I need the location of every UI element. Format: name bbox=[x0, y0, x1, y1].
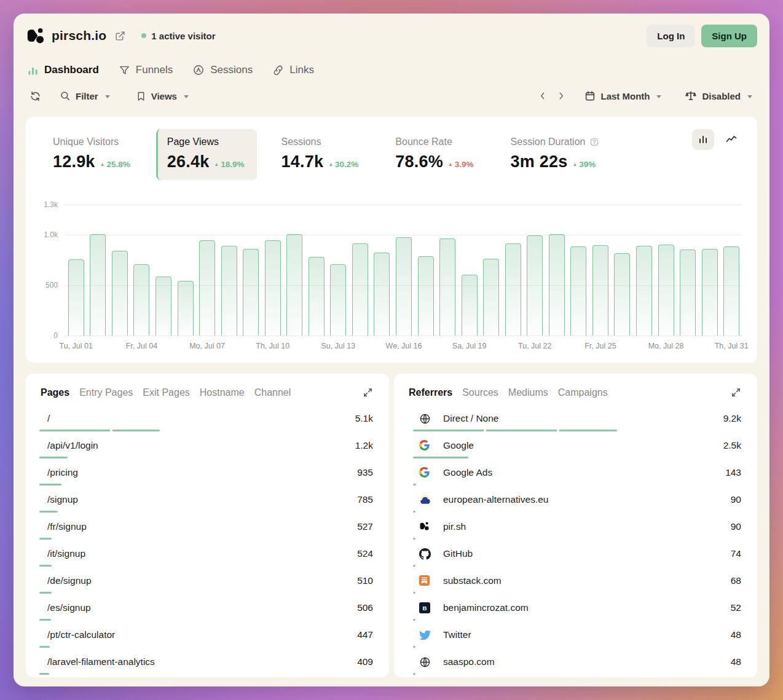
row-label: benjamincrozat.com bbox=[443, 602, 529, 613]
chart-bar[interactable] bbox=[436, 205, 458, 336]
app-window: pirsch.io 1 active visitor Log In Sign U… bbox=[14, 14, 769, 686]
table-row[interactable]: /es/signup506 bbox=[26, 594, 389, 621]
signup-button[interactable]: Sign Up bbox=[701, 25, 757, 47]
tab-mediums[interactable]: Mediums bbox=[508, 387, 548, 398]
chart-bar[interactable]: We, Jul 16 bbox=[393, 205, 415, 336]
row-share-bar bbox=[39, 484, 61, 486]
y-axis-tick: 1.3k bbox=[44, 200, 58, 209]
chart-bar[interactable] bbox=[612, 205, 634, 336]
table-row[interactable]: /laravel-filament-analytics409 bbox=[26, 648, 389, 675]
stat-session-duration[interactable]: Session Duration 3m 22s ▲39% bbox=[500, 129, 612, 180]
stat-unique-visitors[interactable]: Unique Visitors 12.9k ▲25.8% bbox=[42, 129, 143, 180]
row-value: 785 bbox=[357, 494, 373, 505]
chart-bar[interactable]: Tu, Jul 01 bbox=[65, 205, 87, 336]
chart-bar[interactable] bbox=[371, 205, 393, 336]
filter-dropdown[interactable]: Filter bbox=[57, 89, 112, 103]
table-row[interactable]: /api/v1/login1.2k bbox=[26, 432, 389, 459]
table-row[interactable]: Twitter48 bbox=[394, 621, 757, 648]
table-row[interactable]: /de/signup510 bbox=[26, 567, 389, 594]
bar-chart-toggle[interactable] bbox=[692, 129, 714, 150]
tab-channel[interactable]: Channel bbox=[254, 387, 291, 398]
tab-sources[interactable]: Sources bbox=[462, 387, 498, 398]
chart-bar[interactable] bbox=[677, 205, 699, 336]
stat-bounce-rate[interactable]: Bounce Rate 78.6% ▲3.9% bbox=[384, 129, 486, 180]
table-row[interactable]: saaspo.com48 bbox=[394, 648, 757, 675]
chart-bar[interactable]: Fr, Jul 25 bbox=[589, 205, 612, 336]
table-row[interactable]: /5.1k bbox=[26, 405, 389, 432]
chart-bar[interactable] bbox=[305, 205, 328, 336]
chevron-down-icon bbox=[105, 95, 110, 98]
nav-item-links[interactable]: Links bbox=[272, 64, 314, 76]
active-dot-icon bbox=[141, 33, 146, 38]
chevron-down-icon bbox=[656, 95, 661, 98]
nav-item-dashboard[interactable]: Dashboard bbox=[27, 64, 99, 76]
chart-bar[interactable]: Mo, Jul 07 bbox=[196, 205, 218, 336]
chart-bar[interactable]: Su, Jul 13 bbox=[328, 205, 350, 336]
table-row[interactable]: Google2.5k bbox=[394, 432, 757, 459]
chart-bar[interactable]: Th, Jul 31 bbox=[720, 205, 742, 336]
chart-bar[interactable] bbox=[633, 205, 655, 336]
chart-bar[interactable]: Sa, Jul 19 bbox=[458, 205, 481, 336]
nav-label: Funnels bbox=[136, 64, 173, 76]
row-share-bar bbox=[39, 619, 51, 621]
tab-entry-pages[interactable]: Entry Pages bbox=[79, 387, 133, 398]
chart-bar[interactable] bbox=[699, 205, 721, 336]
y-axis-tick: 500 bbox=[45, 281, 58, 289]
chart-bar[interactable] bbox=[240, 205, 262, 336]
chart-bar[interactable] bbox=[546, 205, 568, 336]
chart-bar[interactable] bbox=[87, 205, 109, 336]
views-dropdown[interactable]: Views bbox=[133, 90, 191, 103]
chart-bar[interactable]: Tu, Jul 22 bbox=[524, 205, 546, 336]
chart-bar[interactable] bbox=[502, 205, 524, 336]
tab-referrers[interactable]: Referrers bbox=[409, 387, 452, 398]
stat-page-views[interactable]: Page Views 26.4k ▲18.9% bbox=[156, 129, 257, 180]
table-row[interactable]: /it/signup524 bbox=[26, 540, 389, 567]
google-icon bbox=[419, 440, 431, 452]
table-row[interactable]: european-alternatives.eu90 bbox=[394, 486, 757, 513]
table-row[interactable]: /fr/signup527 bbox=[26, 513, 389, 540]
chart-bar[interactable] bbox=[415, 205, 437, 336]
row-label: substack.com bbox=[443, 575, 502, 586]
help-icon[interactable] bbox=[589, 137, 599, 147]
chart-bar[interactable] bbox=[175, 205, 197, 336]
date-range-dropdown[interactable]: Last Month bbox=[582, 89, 664, 103]
prev-period-button[interactable] bbox=[537, 90, 549, 102]
chart-bar[interactable] bbox=[480, 205, 502, 336]
next-period-button[interactable] bbox=[555, 90, 567, 102]
tab-pages[interactable]: Pages bbox=[41, 387, 69, 398]
table-row[interactable]: substack.com68 bbox=[394, 567, 757, 594]
stat-sessions[interactable]: Sessions 14.7k ▲30.2% bbox=[270, 129, 371, 180]
comparison-dropdown[interactable]: Disabled bbox=[682, 88, 755, 103]
chart-bar[interactable] bbox=[349, 205, 371, 336]
row-share-bar bbox=[413, 646, 415, 648]
table-row[interactable]: Direct / None9.2k bbox=[394, 405, 757, 432]
tab-exit-pages[interactable]: Exit Pages bbox=[143, 387, 189, 398]
nav-item-sessions[interactable]: Sessions bbox=[192, 64, 253, 76]
expand-icon[interactable] bbox=[730, 386, 742, 399]
expand-icon[interactable] bbox=[361, 386, 374, 399]
table-row[interactable]: /pricing935 bbox=[26, 459, 389, 486]
chart-bar[interactable]: Mo, Jul 28 bbox=[655, 205, 677, 336]
login-button[interactable]: Log In bbox=[647, 25, 695, 47]
table-row[interactable]: Google Ads143 bbox=[394, 459, 757, 486]
chart-bar[interactable] bbox=[218, 205, 240, 336]
chart-bar[interactable] bbox=[152, 205, 175, 336]
brand[interactable]: pirsch.io bbox=[26, 26, 125, 45]
tab-hostname[interactable]: Hostname bbox=[200, 387, 245, 398]
table-row[interactable]: /signup785 bbox=[26, 486, 389, 513]
table-row[interactable]: GitHub74 bbox=[394, 540, 757, 567]
external-link-icon[interactable] bbox=[115, 31, 125, 41]
table-row[interactable]: pir.sh90 bbox=[394, 513, 757, 540]
table-row[interactable]: Bbenjamincrozat.com52 bbox=[394, 594, 757, 621]
refresh-icon[interactable] bbox=[28, 89, 42, 103]
chart-bar[interactable] bbox=[283, 205, 305, 336]
chart-bar[interactable] bbox=[568, 205, 590, 336]
chart-bar[interactable] bbox=[109, 205, 131, 336]
nav-item-funnels[interactable]: Funnels bbox=[119, 64, 173, 76]
x-axis-tick: Th, Jul 10 bbox=[256, 342, 289, 350]
chart-bar[interactable]: Th, Jul 10 bbox=[262, 205, 284, 336]
table-row[interactable]: /pt/ctr-calculator447 bbox=[26, 621, 389, 648]
tab-campaigns[interactable]: Campaigns bbox=[558, 387, 608, 398]
chart-bar[interactable]: Fr, Jul 04 bbox=[131, 205, 153, 336]
line-chart-toggle[interactable] bbox=[720, 129, 742, 150]
